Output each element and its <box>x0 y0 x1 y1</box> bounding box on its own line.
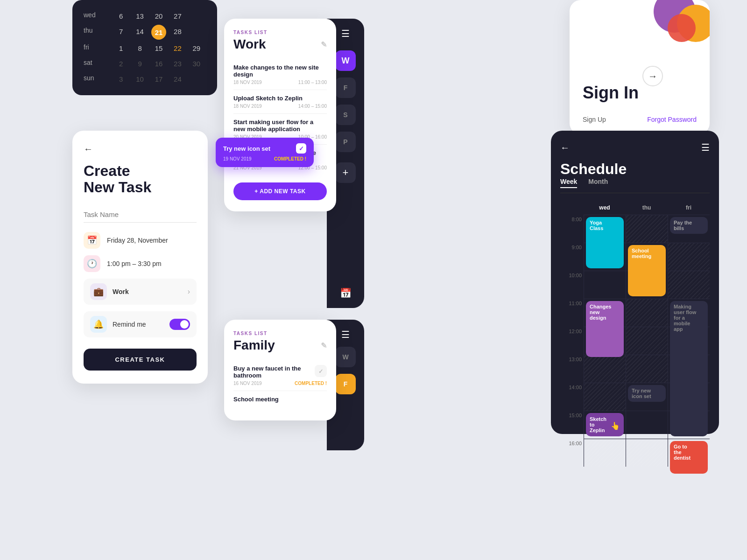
tasks-work-card: TASKS LIST Work ✎ Make changes to the ne… <box>224 19 336 211</box>
cal-num[interactable]: 17 <box>149 72 168 86</box>
family-task-name-2: School meeting <box>233 396 327 403</box>
task-item[interactable]: Upload Sketch to Zeplin 18 NOV 2019 14:0… <box>233 90 327 114</box>
family-title-text: Family <box>233 338 275 353</box>
avatar-f[interactable]: F <box>335 77 356 98</box>
cal-num[interactable]: 21 <box>149 25 168 40</box>
cal-num[interactable]: 10 <box>130 72 149 86</box>
event-paybills[interactable]: Pay thebills <box>670 217 708 234</box>
time-1000: 10:00 <box>560 271 584 299</box>
cal-num[interactable]: 7 <box>112 25 130 40</box>
task-item[interactable]: Make changes to the new site design 18 N… <box>233 59 327 90</box>
avatar-p[interactable]: P <box>335 132 356 152</box>
event-school-meeting[interactable]: Schoolmeeting <box>628 245 666 296</box>
time-1500: 15:00 <box>560 411 584 439</box>
schedule-header: ← ☰ <box>560 142 710 153</box>
cell-wed-8: YogaClass <box>584 215 626 243</box>
sched-empty-header <box>560 201 584 215</box>
check-icon: ✓ <box>296 143 306 154</box>
sched-col-fri: fri <box>668 201 710 215</box>
remind-toggle[interactable] <box>169 319 190 330</box>
calendar-panel-icon[interactable]: 📅 <box>340 287 352 299</box>
cal-num[interactable]: 9 <box>130 57 149 70</box>
create-task-title: CreateNew Task <box>84 163 197 196</box>
event-userflow[interactable]: Makinguser flowfor amobileapp <box>670 301 708 436</box>
schedule-menu-icon[interactable]: ☰ <box>701 142 710 153</box>
tooltip-date: 19 NOV 2019 <box>223 156 252 161</box>
forgot-password-link[interactable]: Forgot Password <box>647 116 697 123</box>
cell-thu-8 <box>626 215 668 243</box>
cell-fri-8: Pay thebills <box>668 215 710 243</box>
cal-label-sun: sun <box>84 72 112 86</box>
date-text: Friday 28, November <box>107 237 168 244</box>
cal-num[interactable]: 24 <box>168 72 187 86</box>
cell-thu-12 <box>626 327 668 355</box>
family-task-item-2[interactable]: School meeting <box>233 391 327 409</box>
task-name-input[interactable] <box>84 207 197 223</box>
event-sketch-zeplin[interactable]: Sketchto Zeplin 👆 <box>586 413 624 436</box>
signin-arrow-button[interactable]: → <box>642 66 663 86</box>
avatar-f-bottom[interactable]: F <box>335 374 356 394</box>
tab-week[interactable]: Week <box>560 178 577 188</box>
add-task-button[interactable]: + ADD NEW TASK <box>233 182 327 200</box>
cal-num[interactable]: 14 <box>130 25 149 40</box>
cal-num[interactable]: 30 <box>187 57 206 70</box>
chevron-right-icon: › <box>188 287 190 296</box>
cal-num[interactable]: 29 <box>187 42 206 55</box>
date-row: 📅 Friday 28, November <box>84 232 197 249</box>
time-1200: 12:00 <box>560 327 584 355</box>
cal-num[interactable]: 3 <box>112 72 130 86</box>
cal-num[interactable]: 15 <box>149 42 168 55</box>
back-arrow-icon[interactable]: ← <box>84 144 197 154</box>
time-800: 8:00 <box>560 215 584 243</box>
event-try-new-icon[interactable]: Try newicon set <box>628 385 666 402</box>
event-yoga[interactable]: YogaClass <box>586 217 624 268</box>
add-avatar-button[interactable]: + <box>335 162 356 183</box>
cal-num <box>187 25 206 40</box>
edit-icon[interactable]: ✎ <box>321 40 327 49</box>
menu-icon[interactable]: ☰ <box>341 28 350 39</box>
signin-links: Sign Up Forgot Password <box>583 116 697 123</box>
cal-num[interactable]: 1 <box>112 42 130 55</box>
cal-num <box>187 9 206 23</box>
cal-num[interactable]: 23 <box>168 57 187 70</box>
category-row[interactable]: 💼 Work › <box>84 279 197 305</box>
tab-month[interactable]: Month <box>588 178 608 188</box>
schedule-back-icon[interactable]: ← <box>560 142 570 153</box>
avatar-w[interactable]: W <box>335 50 356 71</box>
task-time: 11:00 – 13:00 <box>298 80 327 85</box>
cal-label-fri: fri <box>84 42 112 55</box>
cell-thu-13 <box>626 355 668 383</box>
cal-num[interactable]: 8 <box>130 42 149 55</box>
avatar-w-bottom[interactable]: W <box>335 347 356 367</box>
task-name: Make changes to the new site design <box>233 64 327 78</box>
cal-num[interactable]: 16 <box>149 57 168 70</box>
task-time: 14:00 – 15:00 <box>298 104 327 109</box>
create-task-button[interactable]: CREATE TASK <box>84 349 197 371</box>
cell-wed-15: Sketchto Zeplin 👆 <box>584 411 626 439</box>
cal-num[interactable]: 27 <box>168 9 187 23</box>
family-edit-icon[interactable]: ✎ <box>321 341 327 350</box>
cal-num-highlighted[interactable]: 22 <box>168 42 187 55</box>
task-checkbox[interactable]: ✓ <box>315 365 327 377</box>
cal-num[interactable]: 13 <box>130 9 149 23</box>
family-task-item[interactable]: Buy a new faucet in the bathroom ✓ 16 NO… <box>233 360 327 391</box>
sched-col-wed: wed <box>584 201 626 215</box>
signup-link[interactable]: Sign Up <box>583 116 606 123</box>
cell-thu-9: Schoolmeeting <box>626 243 668 271</box>
cal-num[interactable]: 6 <box>112 9 130 23</box>
cal-num[interactable]: 2 <box>112 57 130 70</box>
cell-thu-16 <box>626 439 668 467</box>
event-dentist[interactable]: Go tothedentist <box>670 441 708 474</box>
category-text: Work <box>113 288 129 295</box>
remind-left: 🔔 Remind me <box>90 316 146 333</box>
task-name: Upload Sketch to Zeplin <box>233 95 327 102</box>
cal-num[interactable]: 20 <box>149 9 168 23</box>
cal-num[interactable]: 28 <box>168 25 187 40</box>
event-changes-new-design[interactable]: Changesnewdesign <box>586 301 624 357</box>
menu-icon-bottom[interactable]: ☰ <box>341 329 350 340</box>
time-text: 1:00 pm – 3:30 pm <box>107 260 162 267</box>
avatar-s[interactable]: S <box>335 105 356 125</box>
family-task-date: 16 NOV 2019 <box>233 381 262 386</box>
tasks-list-label: TASKS LIST <box>233 30 327 35</box>
cell-wed-14 <box>584 383 626 411</box>
